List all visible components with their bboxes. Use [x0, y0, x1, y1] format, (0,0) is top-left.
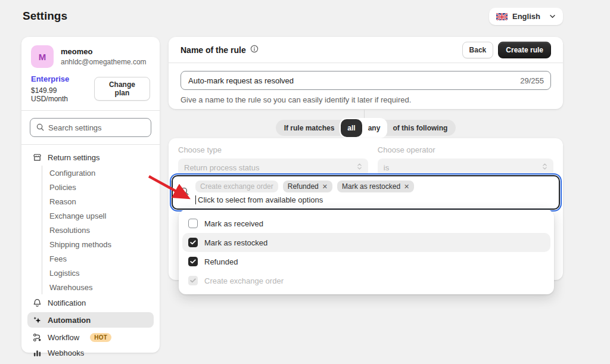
- rule-match-bar: If rule matches all any of this followin…: [276, 120, 456, 136]
- sidebar-item-logistics[interactable]: Logistics: [49, 266, 154, 280]
- rule-name-input[interactable]: [180, 71, 551, 90]
- info-icon: [250, 45, 259, 55]
- plan-price: $149.99 USD/month: [31, 86, 94, 103]
- user-email: anhldc@omegatheme.com: [61, 58, 147, 66]
- rule-card-title: Name of the rule: [180, 45, 246, 55]
- option-label: Mark as restocked: [204, 238, 267, 247]
- type-select-value: Return process status: [184, 163, 259, 172]
- hot-badge: HOT: [90, 333, 111, 342]
- bell-icon: [32, 298, 42, 307]
- option-label: Refunded: [204, 257, 238, 266]
- sidebar-item-label: Webhooks: [48, 349, 84, 357]
- language-label: English: [512, 12, 540, 21]
- sidebar-item-notification[interactable]: Notification: [27, 295, 154, 310]
- sidebar-item-label: Return settings: [48, 153, 99, 162]
- remove-tag-icon[interactable]: ✕: [404, 183, 409, 191]
- tag-label: Mark as restocked: [342, 182, 400, 191]
- option-label: Create exchange order: [204, 276, 284, 285]
- option-mark-as-restocked[interactable]: Mark as restocked: [182, 233, 550, 252]
- sidebar-item-label: Configuration: [49, 169, 95, 178]
- all-any-toggle: all any: [340, 118, 387, 138]
- select-updown-icon: [357, 163, 362, 172]
- sidebar-item-warehouses[interactable]: Warehouses: [49, 280, 154, 294]
- settings-nav: Return settings Configuration Policies R…: [21, 145, 160, 364]
- sidebar-item-configuration[interactable]: Configuration: [49, 166, 154, 180]
- option-create-exchange-order: Create exchange order: [182, 271, 550, 290]
- value-multiselect[interactable]: Create exchange order Refunded ✕ Mark as…: [172, 175, 560, 210]
- user-name: meomeo: [61, 47, 147, 56]
- sidebar-item-label: Reason: [49, 197, 76, 206]
- sidebar-item-label: Resolutions: [49, 226, 90, 235]
- sidebar-item-exchange-upsell[interactable]: Exchange upsell: [49, 209, 154, 223]
- operator-select: is: [378, 158, 553, 176]
- avatar: M: [31, 45, 54, 68]
- plan-name: Enterprise: [31, 74, 94, 83]
- change-plan-button[interactable]: Change plan: [94, 77, 150, 101]
- char-counter: 29/255: [520, 76, 544, 85]
- sidebar-item-automation[interactable]: Automation: [27, 312, 154, 328]
- uk-flag-icon: [496, 13, 508, 20]
- checkbox-checked[interactable]: [188, 257, 198, 266]
- workflow-icon: [32, 333, 42, 342]
- options-dropdown: Mark as received Mark as restocked Refun…: [179, 210, 554, 294]
- chevron-down-icon: [549, 14, 556, 18]
- sidebar-item-label: Fees: [49, 254, 67, 263]
- choose-operator-label: Choose operator: [378, 145, 553, 154]
- page-title: Settings: [23, 10, 67, 23]
- search-input[interactable]: [30, 118, 151, 137]
- search-icon: [36, 123, 45, 134]
- option-refunded[interactable]: Refunded: [182, 252, 550, 271]
- checkbox-unchecked[interactable]: [188, 219, 198, 228]
- back-button[interactable]: Back: [462, 42, 494, 58]
- sidebar-item-workflow[interactable]: Workflow HOT: [27, 329, 154, 345]
- checkbox-checked-disabled: [188, 276, 198, 285]
- toggle-all[interactable]: all: [341, 119, 362, 137]
- sidebar-item-label: Logistics: [49, 269, 80, 278]
- sidebar-item-label: Policies: [49, 183, 76, 192]
- bar-chart-icon: [32, 349, 42, 357]
- multiselect-placeholder: Click to select from available options: [198, 195, 323, 204]
- select-updown-icon: [542, 163, 547, 172]
- option-mark-as-received[interactable]: Mark as received: [182, 214, 550, 233]
- toggle-any[interactable]: any: [362, 123, 387, 133]
- settings-sidebar: M meomeo anhldc@omegatheme.com Enterpris…: [21, 37, 160, 353]
- tag-create-exchange-order: Create exchange order: [195, 181, 278, 192]
- rule-name-card: Name of the rule Back Create rule 29/255…: [169, 37, 563, 109]
- operator-select-value: is: [384, 163, 389, 172]
- sidebar-item-label: Automation: [48, 316, 91, 325]
- tag-label: Refunded: [288, 182, 319, 191]
- sidebar-item-fees[interactable]: Fees: [49, 251, 154, 266]
- rule-name-helper: Give a name to the rule so you can easil…: [180, 95, 551, 104]
- sparkles-icon: [32, 316, 42, 325]
- remove-tag-icon[interactable]: ✕: [322, 183, 328, 191]
- match-suffix: of this following: [393, 124, 447, 132]
- sidebar-item-label: Exchange upsell: [49, 211, 106, 220]
- type-select: Return process status: [178, 158, 368, 176]
- storefront-icon: [32, 153, 42, 162]
- sidebar-item-reason[interactable]: Reason: [49, 194, 154, 209]
- match-prefix: If rule matches: [284, 124, 335, 132]
- tag-refunded: Refunded ✕: [283, 181, 332, 192]
- sidebar-item-label: Workflow: [48, 333, 79, 342]
- user-block: M meomeo anhldc@omegatheme.com Enterpris…: [21, 37, 160, 110]
- sidebar-item-resolutions[interactable]: Resolutions: [49, 223, 154, 237]
- return-settings-sublist: Configuration Policies Reason Exchange u…: [42, 166, 154, 294]
- tag-mark-as-restocked: Mark as restocked ✕: [337, 181, 414, 192]
- language-selector[interactable]: English: [489, 8, 563, 25]
- sidebar-item-return-settings[interactable]: Return settings: [27, 150, 154, 165]
- tag-label: Create exchange order: [200, 182, 273, 191]
- sidebar-item-label: Warehouses: [49, 283, 93, 292]
- choose-type-label: Choose type: [178, 145, 368, 154]
- sidebar-item-label: Shipping methods: [49, 240, 111, 249]
- search-icon: [180, 186, 189, 198]
- sidebar-item-policies[interactable]: Policies: [49, 180, 154, 194]
- checkbox-checked[interactable]: [188, 238, 198, 247]
- sidebar-item-webhooks[interactable]: Webhooks: [27, 345, 154, 360]
- sidebar-item-label: Notification: [48, 298, 86, 307]
- create-rule-button[interactable]: Create rule: [498, 42, 551, 58]
- text-caret: [195, 195, 196, 204]
- option-label: Mark as received: [204, 219, 263, 228]
- sidebar-item-shipping-methods[interactable]: Shipping methods: [49, 237, 154, 251]
